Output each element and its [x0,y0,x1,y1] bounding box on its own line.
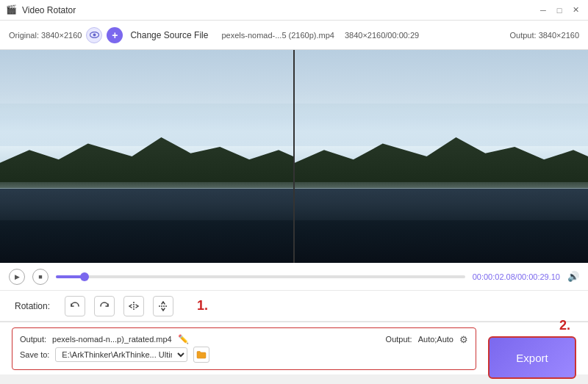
preview-toggle-button[interactable] [86,27,102,43]
video-panel-output [293,50,588,263]
video-area [0,50,588,263]
browse-folder-button[interactable] [193,347,209,363]
stop-button[interactable]: ■ [32,269,49,285]
rotate-right-icon [99,301,110,311]
step2-label: 2. [559,318,570,333]
volume-icon[interactable]: 🔊 [567,271,579,282]
original-video-canvas [0,50,293,263]
file-info: 3840×2160/00:00:29 [345,31,419,40]
window-controls: ─ □ ✕ [537,4,582,17]
export-area: 2. Export [488,318,576,379]
minimize-button[interactable]: ─ [537,4,550,17]
save-path-select[interactable]: E:\ArkThinker\ArkThinke... Ultimate\Vide… [55,347,187,362]
folder-icon [196,350,207,359]
time-total: 00:00:29.10 [517,272,560,281]
output-file-name: pexels-nomad-n...p)_ratated.mp4 [52,335,172,344]
app-icon: 🎬 [6,4,18,16]
flip-h-icon [129,301,139,311]
maximize-button[interactable]: □ [553,4,566,17]
time-current: 00:00:02.08 [473,272,515,281]
output-row-2: Save to: E:\ArkThinker\ArkThinke... Ulti… [20,347,468,363]
rotate-right-button[interactable] [94,296,115,316]
progress-thumb [80,272,89,281]
output-settings-val: Auto;Auto [418,335,453,344]
toolbar-left: Original: 3840×2160 + Change Source File… [9,27,498,43]
app-title: Video Rotator [22,5,76,15]
reflection-2 [295,189,588,264]
svg-point-1 [93,34,96,37]
playback-bar: ▶ ■ 00:00:02.08/00:00:29.10 🔊 [0,263,588,291]
video-panel-original [0,50,293,263]
rotation-label: Rotation: [15,301,50,311]
original-label: Original: 3840×2160 [9,31,82,40]
export-button[interactable]: Export [488,336,576,379]
toolbar: Original: 3840×2160 + Change Source File… [0,21,588,50]
play-button[interactable]: ▶ [9,269,25,285]
eye-icon [90,32,99,38]
save-to-key: Save to: [20,350,49,359]
output-label: Output: 3840×2160 [510,31,580,40]
rotation-bar: Rotation: 1. [0,291,588,322]
flip-horizontal-button[interactable] [123,296,144,316]
add-file-button[interactable]: + [107,27,123,43]
fog-top-2 [295,104,588,146]
title-bar: 🎬 Video Rotator ─ □ ✕ [0,0,588,21]
output-row-1: Output: pexels-nomad-n...p)_ratated.mp4 … [20,334,468,345]
close-button[interactable]: ✕ [569,4,582,17]
output-video-canvas [295,50,588,263]
output-section: Output: pexels-nomad-n...p)_ratated.mp4 … [12,327,476,370]
progress-track[interactable] [56,275,465,278]
time-display: 00:00:02.08/00:00:29.10 [473,272,560,281]
reflection [0,189,293,264]
change-source-button[interactable]: Change Source File [127,30,211,40]
output-settings-key: Output: [386,335,412,344]
rotate-left-icon [70,301,80,311]
bottom-bar: Output: pexels-nomad-n...p)_ratated.mp4 … [0,322,588,374]
edit-filename-icon[interactable]: ✏️ [178,334,189,344]
fog-top [0,104,293,146]
step1-label: 1. [197,298,208,314]
flip-v-icon [158,301,168,311]
flip-vertical-button[interactable] [153,296,173,316]
output-file-key: Output: [20,335,46,344]
rotate-left-button[interactable] [65,296,85,316]
output-settings-icon[interactable]: ⚙ [459,334,468,345]
file-name: pexels-nomad-...5 (2160p).mp4 [221,31,334,40]
